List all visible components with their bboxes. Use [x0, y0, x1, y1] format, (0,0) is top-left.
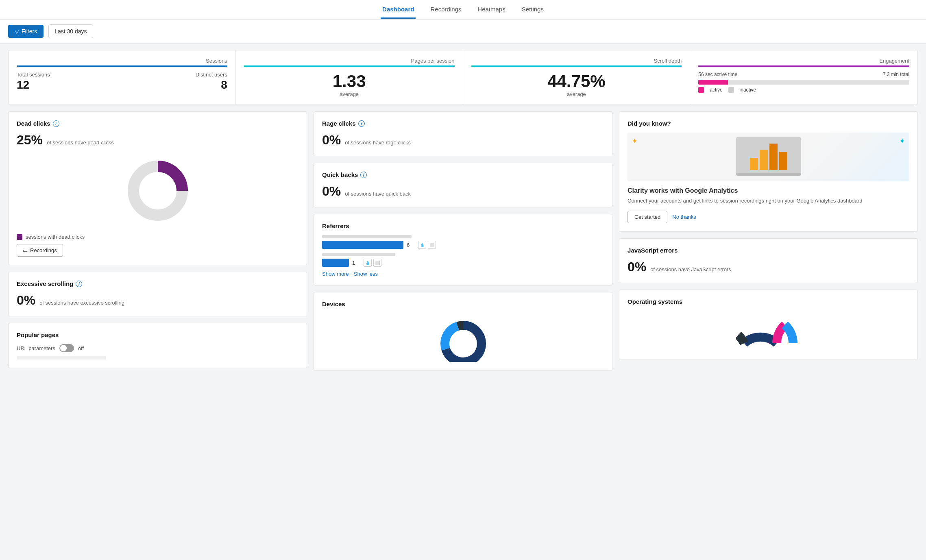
bar-2: [760, 150, 768, 170]
sparkle-icon-right: ✦: [899, 137, 905, 146]
url-params-toggle[interactable]: [59, 344, 74, 352]
no-thanks-button[interactable]: No thanks: [672, 214, 696, 220]
distinct-users-label: Distinct users: [196, 72, 227, 78]
devices-donut-svg: [433, 313, 494, 362]
dead-clicks-legend: sessions with dead clicks: [17, 234, 298, 240]
quick-backs-desc: of sessions have quick back: [345, 191, 411, 197]
devices-title: Devices: [322, 301, 345, 307]
dyk-card-title: Clarity works with Google Analytics: [628, 187, 909, 194]
total-sessions-value: 12: [17, 78, 29, 92]
quick-backs-title: Quick backs: [322, 171, 358, 178]
referrers-title: Referrers: [322, 222, 349, 229]
referrer-bar-1: [322, 241, 403, 249]
left-column: Dead clicks i 25% of sessions have dead …: [8, 111, 307, 370]
laptop-graphic: [736, 137, 801, 177]
quick-backs-pct: 0%: [322, 184, 341, 198]
stat-engagement: Engagement 56 sec active time 7.3 min to…: [690, 50, 917, 105]
nav-tab-heatmaps[interactable]: Heatmaps: [476, 1, 507, 19]
filter-label: Filters: [22, 28, 37, 35]
active-label: active: [710, 87, 722, 93]
nav-tab-recordings[interactable]: Recordings: [429, 1, 463, 19]
os-donut-svg: [736, 311, 801, 351]
dead-clicks-legend-sq: [17, 234, 22, 240]
quick-backs-info-icon[interactable]: i: [360, 172, 367, 178]
stat-pages-per-session: Pages per session 1.33 average: [236, 50, 463, 105]
excessive-scrolling-card: Excessive scrolling i 0% of sessions hav…: [8, 272, 307, 316]
bar-1: [750, 158, 758, 170]
pages-per-session-label: Pages per session: [244, 58, 455, 64]
sessions-label: Sessions: [17, 58, 227, 64]
excessive-scrolling-pct: 0%: [17, 293, 35, 307]
os-donut: [628, 311, 909, 351]
rage-clicks-desc: of sessions have rage clicks: [345, 139, 411, 146]
get-started-button[interactable]: Get started: [628, 211, 667, 223]
scroll-depth-avg: average: [471, 91, 682, 97]
recordings-label: Recordings: [30, 247, 57, 253]
dyk-actions: Get started No thanks: [628, 211, 909, 223]
active-time-label: 56 sec active time: [698, 72, 737, 77]
js-errors-pct: 0%: [628, 259, 646, 274]
rage-clicks-pct: 0%: [322, 133, 341, 147]
os-card: Operating systems: [619, 290, 918, 360]
url-params-label: URL parameters: [17, 345, 55, 351]
top-navigation: Dashboard Recordings Heatmaps Settings: [0, 0, 926, 20]
laptop-base: [736, 173, 801, 176]
referrers-card: Referrers 6 💧 ⬜ 1: [314, 214, 612, 285]
referrer-url-2: [322, 253, 395, 256]
url-placeholder: [17, 356, 106, 360]
did-you-know-title: Did you know?: [628, 120, 909, 127]
inactive-label: inactive: [740, 87, 756, 93]
devices-donut: [322, 313, 604, 362]
referrer-recordings-icon-1[interactable]: ⬜: [428, 241, 436, 249]
rage-clicks-card: Rage clicks i 0% of sessions have rage c…: [314, 111, 612, 156]
referrer-bar-2: [322, 259, 349, 267]
referrer-sessions-icon-1[interactable]: 💧: [418, 241, 426, 249]
dead-clicks-pct: 25%: [17, 133, 43, 147]
referrer-show-links: Show more Show less: [322, 271, 604, 277]
sparkle-icon-left: ✦: [632, 137, 638, 146]
engagement-label: Engagement: [698, 58, 909, 64]
laptop-screen: [736, 137, 801, 173]
referrer-icons-2: 💧 ⬜: [364, 259, 381, 267]
quick-backs-card: Quick backs i 0% of sessions have quick …: [314, 163, 612, 207]
dead-clicks-legend-label: sessions with dead clicks: [26, 234, 85, 240]
js-errors-title: JavaScript errors: [628, 247, 678, 254]
dead-clicks-donut: [17, 154, 298, 227]
recordings-button[interactable]: ▭ Recordings: [17, 244, 63, 257]
referrer-recordings-icon-2[interactable]: ⬜: [373, 259, 381, 267]
distinct-users-value: 8: [221, 78, 227, 92]
referrer-sessions-icon-2[interactable]: 💧: [364, 259, 372, 267]
os-title: Operating systems: [628, 298, 682, 305]
dead-clicks-title: Dead clicks: [17, 120, 50, 127]
stat-sessions: Sessions Total sessions Distinct users 1…: [9, 50, 236, 105]
referrer-item-2: 1 💧 ⬜: [322, 253, 604, 267]
nav-tab-dashboard[interactable]: Dashboard: [381, 1, 416, 19]
period-button[interactable]: Last 30 days: [48, 24, 93, 38]
stats-row: Sessions Total sessions Distinct users 1…: [8, 50, 918, 105]
bar-4: [779, 152, 787, 170]
referrer-bar-row-1: 6 💧 ⬜: [322, 241, 604, 249]
filter-button[interactable]: ▽ Filters: [8, 25, 44, 38]
bar-3: [769, 144, 778, 170]
scroll-depth-label: Scroll depth: [471, 58, 682, 64]
rage-clicks-info-icon[interactable]: i: [358, 120, 365, 127]
show-more-link[interactable]: Show more: [322, 271, 349, 277]
devices-card: Devices: [314, 292, 612, 370]
nav-tab-settings[interactable]: Settings: [520, 1, 545, 19]
show-less-link[interactable]: Show less: [354, 271, 378, 277]
scroll-border: [471, 65, 682, 67]
pages-border: [244, 65, 455, 67]
js-errors-card: JavaScript errors 0% of sessions have Ja…: [619, 238, 918, 283]
inactive-dot: [728, 87, 734, 93]
referrer-icons-1: 💧 ⬜: [418, 241, 436, 249]
dead-clicks-info-icon[interactable]: i: [53, 120, 59, 127]
referrer-count-1: 6: [407, 242, 415, 248]
excessive-scrolling-info-icon[interactable]: i: [76, 281, 82, 287]
total-time-label: 7.3 min total: [883, 72, 909, 77]
dead-clicks-card: Dead clicks i 25% of sessions have dead …: [8, 111, 307, 265]
active-dot: [698, 87, 704, 93]
recordings-icon: ▭: [23, 247, 28, 253]
toggle-knob: [60, 345, 67, 351]
sessions-border: [17, 65, 227, 67]
pages-per-session-avg: average: [244, 91, 455, 97]
